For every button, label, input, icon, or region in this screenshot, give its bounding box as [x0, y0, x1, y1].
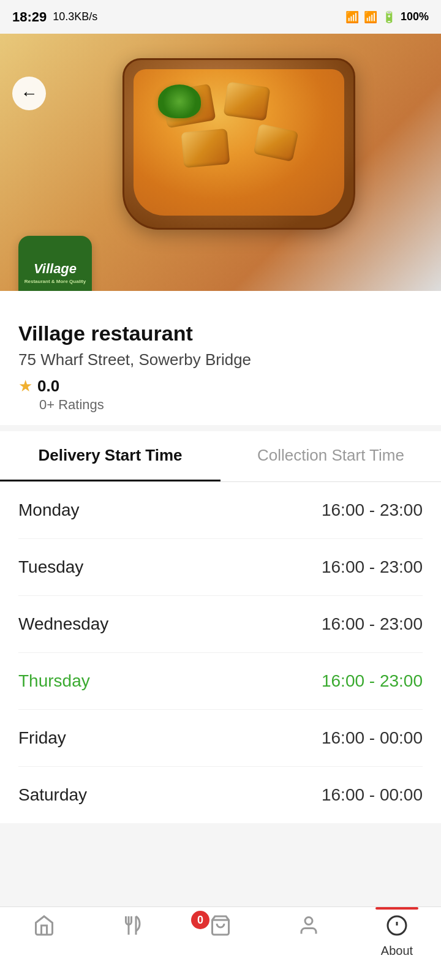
status-bar: 18:29 10.3KB/s 📶 📶 🔋 100%: [0, 0, 441, 34]
schedule-row: Saturday16:00 - 00:00: [18, 767, 423, 823]
logo-line1: Village: [34, 261, 77, 276]
nav-menu[interactable]: [88, 914, 176, 940]
food-image: [123, 58, 368, 260]
back-button[interactable]: ←: [12, 77, 46, 110]
battery-icon: 🔋: [382, 10, 396, 24]
nav-account[interactable]: [265, 914, 353, 940]
schedule-container: Monday16:00 - 23:00Tuesday16:00 - 23:00W…: [0, 482, 441, 823]
nav-about[interactable]: About: [353, 914, 441, 958]
nav-cart[interactable]: 0: [176, 914, 265, 940]
nav-home[interactable]: [0, 914, 88, 940]
star-icon: ★: [18, 377, 32, 396]
restaurant-logo: Village Restaurant & More Quality: [18, 236, 92, 291]
rating-row: ★ 0.0: [18, 377, 423, 396]
schedule-row: Thursday16:00 - 23:00: [18, 653, 423, 710]
cart-badge: 0: [191, 911, 209, 929]
cutlery-icon: [121, 914, 143, 940]
hero-image: ← Village Restaurant & More Quality: [0, 34, 441, 291]
schedule-row: Monday16:00 - 23:00: [18, 482, 423, 539]
time-slot: 16:00 - 23:00: [322, 500, 423, 520]
battery-percent: 100%: [401, 10, 429, 23]
status-left: 18:29 10.3KB/s: [12, 9, 97, 25]
tab-delivery[interactable]: Delivery Start Time: [0, 431, 221, 481]
signal-icon: 📶: [345, 10, 359, 24]
schedule-row: Wednesday16:00 - 23:00: [18, 596, 423, 653]
day-name: Wednesday: [18, 614, 108, 634]
restaurant-info: Village restaurant 75 Wharf Street, Sowe…: [0, 291, 441, 425]
account-icon: [298, 914, 320, 940]
restaurant-name: Village restaurant: [18, 322, 423, 345]
time-slot: 16:00 - 23:00: [322, 671, 423, 691]
time-slot: 16:00 - 00:00: [322, 785, 423, 805]
schedule-row: Friday16:00 - 00:00: [18, 710, 423, 767]
restaurant-address: 75 Wharf Street, Sowerby Bridge: [18, 350, 423, 369]
logo-text: Village Restaurant & More Quality: [24, 261, 86, 285]
status-right: 📶 📶 🔋 100%: [345, 10, 429, 24]
nav-active-indicator: [375, 907, 418, 910]
schedule-tabs: Delivery Start Time Collection Start Tim…: [0, 431, 441, 482]
bottom-navigation: 0 About: [0, 907, 441, 980]
time-display: 18:29: [12, 9, 47, 25]
day-name: Tuesday: [18, 557, 83, 577]
rating-number: 0.0: [37, 377, 59, 396]
day-name: Thursday: [18, 671, 90, 691]
time-slot: 16:00 - 23:00: [322, 557, 423, 577]
logo-subtitle: Restaurant & More Quality: [24, 279, 86, 285]
back-icon: ←: [21, 84, 38, 104]
time-slot: 16:00 - 00:00: [322, 728, 423, 748]
svg-point-3: [305, 918, 312, 925]
tab-collection[interactable]: Collection Start Time: [221, 431, 441, 481]
day-name: Friday: [18, 728, 66, 748]
about-label: About: [381, 944, 413, 958]
schedule-row: Tuesday16:00 - 23:00: [18, 539, 423, 596]
speed-display: 10.3KB/s: [53, 10, 97, 23]
ratings-count: 0+ Ratings: [39, 397, 423, 413]
info-icon: [386, 914, 408, 940]
day-name: Saturday: [18, 785, 87, 805]
day-name: Monday: [18, 500, 80, 520]
cart-icon: [209, 914, 232, 940]
home-icon: [33, 914, 55, 940]
time-slot: 16:00 - 23:00: [322, 614, 423, 634]
wifi-icon: 📶: [364, 10, 377, 24]
